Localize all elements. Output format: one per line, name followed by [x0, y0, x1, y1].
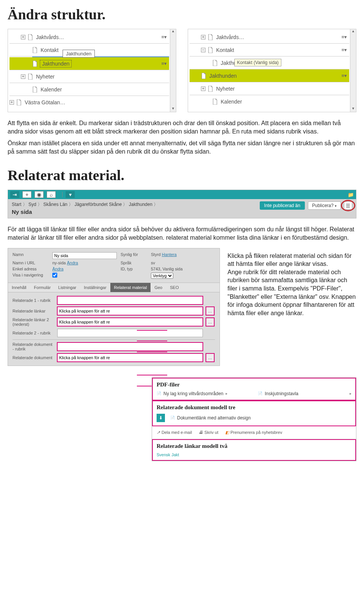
menu-icon[interactable]: ≡▾: [341, 73, 347, 79]
related-docs-input[interactable]: [57, 353, 203, 362]
tab-settings[interactable]: Inställningar: [80, 283, 110, 292]
preview-links-section: Relaterade länkar modell två Svensk Jakt: [152, 439, 356, 461]
tree-item[interactable]: Jakthu Kontakt (Vanlig sida): [190, 57, 349, 69]
annotation-line: [137, 330, 167, 331]
tree-item[interactable]: + Nyheter: [190, 82, 349, 95]
rss-icon: ◧: [225, 430, 229, 435]
menu-icon[interactable]: ≡▾: [161, 61, 167, 66]
tree-item[interactable]: + Jaktvårds… ≡▾: [190, 31, 349, 44]
drag-preview-label: Jakthunden: [63, 50, 95, 58]
menu-icon[interactable]: ≡▾: [161, 34, 167, 40]
share-email-link[interactable]: ↗Dela med e-mail: [157, 430, 192, 435]
annotation-line: [137, 375, 167, 375]
tab-related-material[interactable]: Relaterat material: [110, 283, 151, 292]
tree-item[interactable]: Kalender: [190, 95, 349, 108]
label-related1-heading: Relaterade 1 - rubrik: [13, 298, 54, 303]
share-icon: ↗: [157, 430, 160, 435]
tree-label: Kontakt: [41, 47, 58, 53]
expand-icon[interactable]: +: [21, 35, 25, 39]
preview-file-link[interactable]: ⬇ 📄 Dokumentlänk med alternativ design: [157, 414, 351, 422]
dropdown-button[interactable]: ▾: [66, 191, 75, 198]
related1-heading-input[interactable]: [57, 296, 203, 305]
menu-icon[interactable]: ≡▾: [341, 47, 347, 53]
tree-panel-left: ▲▼ + Jaktvårds… ≡▾ Kontakt Jakthunden ≡▾…: [8, 29, 176, 112]
label-simple-address: Enkel adress: [13, 267, 49, 271]
pdf-icon: 📄: [258, 391, 262, 396]
expand-icon[interactable]: +: [21, 74, 25, 79]
tab-geo[interactable]: Geo: [151, 283, 166, 292]
label-related-links2: Relaterade länkar 2 (nederst): [13, 317, 54, 327]
label-visible-for: Synlig för: [121, 252, 147, 259]
preview-file-link[interactable]: 📄Ny lag kring viltvårdsområden▸: [157, 391, 228, 396]
page-icon: [28, 74, 33, 80]
label-name: Namn: [13, 252, 49, 259]
subscribe-link[interactable]: ◧Prenumerera på nyhetsbrev: [225, 430, 282, 435]
tree-item[interactable]: + Västra Götalan…: [9, 96, 169, 109]
show-nav-checkbox[interactable]: [52, 273, 57, 278]
page-icon: [28, 34, 33, 40]
expand-icon[interactable]: +: [201, 35, 206, 39]
preview-footer-actions: ↗Dela med e-mail 🖶Skriv ut ◧Prenumerera …: [152, 426, 356, 439]
scrollbar[interactable]: ▲▼: [350, 29, 356, 112]
download-icon[interactable]: ⬇: [157, 414, 165, 422]
publish-button[interactable]: Publicera? ▾: [308, 201, 341, 210]
related2-heading-input[interactable]: [57, 329, 203, 337]
label-related2-heading: Relaterade 2 - rubrik: [13, 331, 54, 335]
tab-content[interactable]: Innehåll: [8, 283, 30, 292]
expand-icon[interactable]: +: [9, 100, 14, 105]
preview-file-link[interactable]: 📄Inskjutningstavla▸: [258, 391, 351, 396]
heading-change-structure: Ändra struktur.: [8, 6, 356, 23]
edit-link[interactable]: Ändra: [52, 267, 117, 271]
search-button[interactable]: ⌕: [47, 191, 56, 198]
related-links2-input[interactable]: [57, 318, 203, 326]
lower-row: Namn Synlig för Styrd Hantera Namn i URL…: [8, 248, 356, 366]
tree-item[interactable]: Kalender: [9, 83, 169, 96]
preview-button[interactable]: ◉: [35, 191, 44, 198]
related-docs-heading-input[interactable]: [57, 342, 203, 351]
browse-button[interactable]: …: [206, 318, 214, 326]
preview-section-title: Relaterade länkar modell två: [157, 443, 351, 449]
tree-label: Kalender: [41, 86, 62, 93]
tree-item[interactable]: − Kontakt ≡▾: [190, 44, 349, 57]
tab-forms[interactable]: Formulär: [30, 283, 55, 292]
tree-item-selected[interactable]: Jakthunden ≡▾: [190, 69, 349, 82]
tree-label: Kalender: [221, 99, 242, 105]
expand-icon[interactable]: +: [201, 86, 206, 91]
add-page-button[interactable]: +: [22, 191, 31, 198]
preview-page-link[interactable]: Svensk Jakt: [157, 452, 351, 457]
collapse-icon[interactable]: −: [201, 48, 206, 52]
tree-item-selected[interactable]: Jakthunden ≡▾ Jakthunden: [9, 57, 169, 70]
annotation-line: [137, 341, 167, 341]
manage-link[interactable]: Hantera: [162, 252, 177, 257]
tools-dropdown[interactable]: Verktyg: [151, 273, 173, 279]
tab-seo[interactable]: SEO: [166, 283, 182, 292]
preview-section-title: Relaterade dokument modell tre: [157, 404, 351, 411]
editor-toolbar-screenshot: ⇥ + ◉ ⌕ ▾ 📁 Start 〉 Syd 〉 Skånes Län 〉 J…: [8, 190, 356, 218]
name-field[interactable]: [52, 252, 117, 259]
page-icon: [32, 61, 38, 67]
related-links-input[interactable]: [57, 307, 203, 315]
label-language: Språk: [121, 261, 147, 265]
scrollbar[interactable]: ▲▼: [170, 29, 176, 112]
menu-icon[interactable]: ≡▾: [341, 34, 347, 40]
editor-top-bar: ⇥ + ◉ ⌕ ▾ 📁: [8, 190, 356, 199]
tabs-bar: Innehåll Formulär Listningar Inställning…: [8, 283, 220, 292]
status-badge: Inte publicerad än: [260, 201, 305, 210]
tree-item[interactable]: + Jaktvårds… ≡▾: [9, 31, 169, 44]
edit-link[interactable]: Ändra: [67, 261, 78, 265]
pdf-icon: 📄: [157, 391, 161, 396]
tree-item[interactable]: + Nyheter: [9, 70, 169, 83]
page-icon: [208, 47, 213, 53]
paragraph-related-intro: För att lägga till länkar till filer ell…: [8, 225, 356, 242]
tab-listings[interactable]: Listningar: [55, 283, 80, 292]
page-icon: [208, 34, 213, 40]
browse-button[interactable]: …: [206, 353, 214, 362]
toggle-tree-button[interactable]: ⇥: [10, 191, 19, 198]
side-instructions: Klicka på fliken relaterat material och …: [228, 248, 356, 366]
id-type-value: 5743, Vanlig sida: [151, 267, 215, 271]
breadcrumb-path[interactable]: Start 〉 Syd 〉 Skånes Län 〉 Jägareförbund…: [12, 201, 260, 208]
folder-icon[interactable]: 📁: [348, 192, 354, 198]
print-link[interactable]: 🖶Skriv ut: [199, 430, 218, 435]
browse-button[interactable]: …: [206, 307, 214, 315]
tree-label: Nyheter: [216, 86, 235, 92]
